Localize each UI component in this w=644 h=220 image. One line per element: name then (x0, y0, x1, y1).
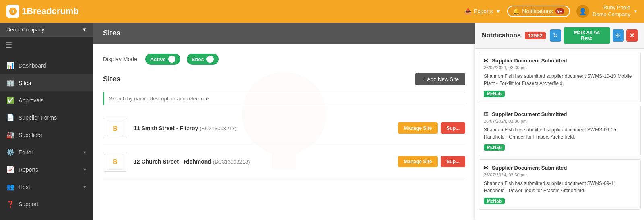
company-name: Demo Company (6, 27, 44, 33)
refresh-button[interactable]: ↻ (550, 29, 561, 42)
page-title: Sites (103, 29, 120, 37)
supplier-button[interactable]: Sup... (441, 156, 465, 167)
notification-header: ✉ Supplier Document Submitted (484, 111, 636, 117)
sidebar-item-dashboard[interactable]: 📊 Dashboard (0, 57, 93, 74)
approvals-icon: ✅ (6, 96, 14, 104)
content-body: Display Mode: Active Sites Sites (93, 44, 475, 219)
notification-panel: Notifications 12582 ↻ Mark All As Read ⚙… (475, 23, 644, 220)
supplier-forms-icon: 📄 (6, 114, 14, 121)
sidebar-item-label: Sites (19, 80, 87, 86)
sidebar-item-editor[interactable]: ⚙️ Editor ▼ (0, 143, 93, 161)
mark-all-read-button[interactable]: Mark All As Read (564, 27, 610, 44)
company-selector[interactable]: Demo Company ▼ (0, 23, 93, 37)
notification-header: ✉ Supplier Document Submitted (484, 57, 636, 64)
sidebar-item-approvals[interactable]: ✅ Approvals (0, 91, 93, 109)
notification-body: Shannon Fish has submitted supplier docu… (484, 180, 636, 194)
top-nav-right: 📤 Exports ▼ 🔔 Notifications 9+ 👤 Ruby Po… (464, 4, 638, 18)
sites-section-title: Sites (103, 75, 120, 83)
hamburger-button[interactable]: ☰ (3, 38, 14, 52)
notification-settings-button[interactable]: ⚙ (613, 29, 624, 42)
bell-icon: 🔔 (513, 8, 520, 15)
user-area[interactable]: 👤 Ruby Poole Demo Company ▼ (576, 4, 638, 18)
sites-icon: 🏢 (6, 79, 14, 87)
sidebar-item-label: Dashboard (19, 62, 87, 69)
logo-text: 1Breadcrumb (22, 6, 79, 17)
logo-icon (6, 5, 19, 18)
site-logo: B (103, 152, 127, 172)
envelope-icon: ✉ (484, 111, 489, 117)
sidebar-item-supplier-forms[interactable]: 📄 Supplier Forms (0, 109, 93, 126)
display-mode-label: Display Mode: (103, 56, 139, 62)
envelope-icon: ✉ (484, 57, 489, 64)
notification-header: ✉ Supplier Document Submitted (484, 164, 636, 171)
site-info: 11 Smith Street - Fitzroy (BC313008217) (134, 125, 392, 131)
notification-list: ✉ Supplier Document Submitted 26/07/2024… (475, 49, 644, 220)
search-input[interactable] (103, 92, 465, 105)
site-code: (BC313008218) (213, 159, 250, 165)
add-new-site-label: Add New Site (427, 76, 459, 82)
site-code: (BC313008217) (200, 125, 237, 131)
main-layout: Demo Company ▼ ☰ 📊 Dashboard 🏢 Sites ✅ A… (0, 23, 644, 220)
user-chevron: ▼ (634, 9, 638, 14)
company-chevron: ▼ (82, 27, 87, 33)
support-icon: ❓ (6, 200, 14, 208)
notifications-badge: 9+ (555, 8, 565, 14)
sites-section-header: Sites + Add New Site (103, 73, 465, 85)
sidebar-nav: 📊 Dashboard 🏢 Sites ✅ Approvals 📄 Suppli… (0, 54, 93, 220)
exports-button[interactable]: 📤 Exports ▼ (464, 8, 501, 15)
site-name: 11 Smith Street - Fitzroy (134, 125, 198, 131)
manage-site-button[interactable]: Manage Site (398, 122, 438, 134)
sidebar-item-label: Reports (19, 166, 78, 173)
sidebar-item-label: Suppliers (19, 132, 87, 138)
sidebar-item-suppliers[interactable]: 🏭 Suppliers (0, 126, 93, 143)
dashboard-icon: 📊 (6, 62, 14, 69)
top-nav: 1Breadcrumb 📤 Exports ▼ 🔔 Notifications … (0, 0, 644, 23)
sidebar-item-support[interactable]: ❓ Support (0, 195, 93, 213)
notification-count-badge: 12582 (525, 32, 546, 39)
site-name: 12 Church Street - Richmond (134, 158, 211, 165)
active-toggle-group: Active (145, 54, 180, 65)
notification-title: Supplier Document Submitted (492, 111, 636, 117)
site-actions: Manage Site Sup... (398, 122, 465, 134)
toggle-dot (168, 56, 175, 63)
chevron-down-icon: ▼ (83, 150, 87, 155)
site-actions: Manage Site Sup... (398, 156, 465, 167)
chevron-down-icon: ▼ (83, 167, 87, 172)
supplier-button[interactable]: Sup... (441, 122, 465, 134)
notification-body: Shannon Fish has submitted supplier docu… (484, 126, 636, 141)
notification-title: Supplier Document Submitted (492, 165, 636, 171)
site-logo: B (103, 118, 127, 138)
sidebar: Demo Company ▼ ☰ 📊 Dashboard 🏢 Sites ✅ A… (0, 23, 93, 220)
sidebar-item-label: Support (19, 201, 87, 208)
toggle-dot (206, 56, 214, 63)
logo-crumb: crumb (52, 6, 79, 16)
sidebar-item-sites[interactable]: 🏢 Sites (0, 74, 93, 91)
sidebar-item-label: Editor (19, 149, 78, 156)
notification-body: Shannon Fish has submitted supplier docu… (484, 73, 636, 87)
site-info: 12 Church Street - Richmond (BC313008218… (134, 158, 392, 165)
list-item: ✉ Supplier Document Submitted 26/07/2024… (479, 106, 641, 156)
sites-toggle-label: Sites (192, 56, 204, 62)
sidebar-item-reports[interactable]: 📈 Reports ▼ (0, 161, 93, 178)
close-button[interactable]: ✕ (626, 29, 638, 42)
active-toggle[interactable]: Active (145, 54, 180, 65)
svg-text:B: B (113, 158, 118, 165)
svg-text:B: B (113, 125, 118, 132)
notification-tag: McNab (484, 91, 505, 97)
plus-icon: + (422, 76, 425, 82)
envelope-icon: ✉ (484, 164, 489, 171)
user-fullname: Ruby Poole (592, 4, 630, 11)
reports-icon: 📈 (6, 166, 14, 173)
manage-site-button[interactable]: Manage Site (398, 156, 438, 167)
editor-icon: ⚙️ (6, 148, 14, 156)
table-row: B 11 Smith Street - Fitzroy (BC313008217… (103, 112, 465, 145)
add-new-site-button[interactable]: + Add New Site (415, 73, 465, 85)
sidebar-item-host[interactable]: 👥 Host ▼ (0, 178, 93, 195)
export-icon: 📤 (464, 8, 471, 15)
suppliers-icon: 🏭 (6, 131, 14, 139)
sites-toggle[interactable]: Sites (187, 54, 219, 65)
user-company: Demo Company (592, 11, 630, 18)
logo: 1Breadcrumb (6, 5, 79, 18)
sites-toggle-group: Sites (187, 54, 219, 65)
notifications-button[interactable]: 🔔 Notifications 9+ (507, 6, 570, 17)
